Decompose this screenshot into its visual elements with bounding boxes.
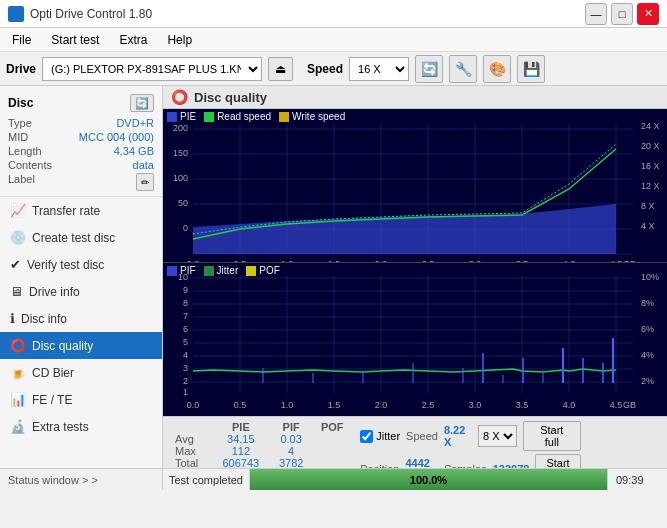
- svg-text:2.5: 2.5: [422, 400, 435, 410]
- drive-label: Drive: [6, 62, 36, 76]
- stats-max-label: Max: [171, 445, 212, 457]
- top-chart-svg: 200 150 100 50 0 24 X 20 X 16 X 12 X 8 X…: [163, 109, 667, 262]
- sidebar-item-extra-tests[interactable]: 🔬 Extra tests: [0, 413, 162, 440]
- status-right: Test completed 100.0% 09:39: [163, 469, 667, 490]
- svg-text:0.5: 0.5: [234, 400, 247, 410]
- read-speed-legend-color: [204, 112, 214, 122]
- menu-help[interactable]: Help: [159, 31, 200, 49]
- titlebar-left: Opti Drive Control 1.80: [8, 6, 152, 22]
- minimize-button[interactable]: —: [585, 3, 607, 25]
- svg-text:3.5: 3.5: [516, 259, 529, 262]
- status-text: Test completed: [163, 469, 250, 490]
- menu-start-test[interactable]: Start test: [43, 31, 107, 49]
- stats-total-pof: [312, 457, 352, 468]
- svg-text:6%: 6%: [641, 324, 654, 334]
- svg-text:8: 8: [183, 298, 188, 308]
- legend-jitter: Jitter: [204, 265, 239, 276]
- write-speed-legend-label: Write speed: [292, 111, 345, 122]
- main-layout: Disc 🔄 Type DVD+R MID MCC 004 (000) Leng…: [0, 86, 667, 468]
- sidebar-item-cd-bier-label: CD Bier: [32, 366, 74, 380]
- sidebar-item-drive-info[interactable]: 🖥 Drive info: [0, 278, 162, 305]
- svg-text:0: 0: [183, 223, 188, 233]
- svg-text:3: 3: [183, 363, 188, 373]
- progress-bar-container: 100.0%: [250, 469, 607, 490]
- disc-title: Disc: [8, 96, 33, 110]
- stats-row-container: PIE PIF POF Avg 34.15 0.03: [171, 421, 581, 468]
- close-button[interactable]: ✕: [637, 3, 659, 25]
- svg-text:24 X: 24 X: [641, 121, 660, 131]
- svg-text:100: 100: [173, 173, 188, 183]
- sidebar-item-fe-te[interactable]: 📊 FE / TE: [0, 386, 162, 413]
- disc-section: Disc 🔄 Type DVD+R MID MCC 004 (000) Leng…: [0, 90, 162, 197]
- eject-button[interactable]: ⏏: [268, 57, 293, 81]
- drive-select[interactable]: (G:) PLEXTOR PX-891SAF PLUS 1.KN: [42, 57, 262, 81]
- stats-row-total: Total 606743 3782: [171, 457, 352, 468]
- sidebar-item-drive-info-label: Drive info: [29, 285, 80, 299]
- color-button[interactable]: 🎨: [483, 55, 511, 83]
- stats-avg-pof: [312, 433, 352, 445]
- svg-text:3.0: 3.0: [469, 400, 482, 410]
- disc-refresh-button[interactable]: 🔄: [130, 94, 154, 112]
- disc-label-edit-button[interactable]: ✏: [136, 173, 154, 191]
- stats-total-pie: 606743: [212, 457, 270, 468]
- speed-select[interactable]: 16 X: [349, 57, 409, 81]
- statusbar: Status window > > Test completed 100.0% …: [0, 468, 667, 490]
- pie-legend-color: [167, 112, 177, 122]
- svg-text:50: 50: [178, 198, 188, 208]
- menu-extra[interactable]: Extra: [111, 31, 155, 49]
- sidebar-nav: 📈 Transfer rate 💿 Create test disc ✔ Ver…: [0, 197, 162, 464]
- fe-te-icon: 📊: [10, 392, 26, 407]
- speed-stat-select[interactable]: 8 X: [478, 425, 517, 447]
- maximize-button[interactable]: □: [611, 3, 633, 25]
- svg-text:3.5: 3.5: [516, 400, 529, 410]
- disc-contents-row: Contents data: [8, 158, 154, 172]
- samples-stat-key: Samples: [444, 463, 487, 468]
- svg-text:2%: 2%: [641, 376, 654, 386]
- svg-text:4 X: 4 X: [641, 221, 655, 231]
- jitter-speed-row: Jitter Speed 8.22 X 8 X Start full: [360, 421, 580, 451]
- sidebar-item-create-test-disc[interactable]: 💿 Create test disc: [0, 224, 162, 251]
- pof-legend-color: [246, 266, 256, 276]
- bottom-chart-svg: 10 9 8 7 6 5 4 3 2 1 10% 8% 6% 4% 2%: [163, 263, 667, 416]
- save-button[interactable]: 💾: [517, 55, 545, 83]
- jitter-checkbox[interactable]: [360, 430, 373, 443]
- sidebar-item-cd-bier[interactable]: 🍺 CD Bier: [0, 359, 162, 386]
- sidebar-item-verify-test-disc[interactable]: ✔ Verify test disc: [0, 251, 162, 278]
- svg-text:0.0: 0.0: [187, 259, 200, 262]
- svg-text:0.0: 0.0: [187, 400, 200, 410]
- bottom-chart-legend: PIF Jitter POF: [167, 265, 280, 276]
- disc-label-input-row: ✏: [136, 173, 154, 191]
- content-header-title: Disc quality: [194, 90, 267, 105]
- refresh-button[interactable]: 🔄: [415, 55, 443, 83]
- start-full-button[interactable]: Start full: [523, 421, 581, 451]
- disc-mid-label: MID: [8, 131, 28, 143]
- svg-text:4.0: 4.0: [563, 400, 576, 410]
- svg-text:4%: 4%: [641, 350, 654, 360]
- progress-label: 100.0%: [410, 474, 447, 486]
- sidebar-item-disc-info[interactable]: ℹ Disc info: [0, 305, 162, 332]
- legend-pof: POF: [246, 265, 280, 276]
- cd-bier-icon: 🍺: [10, 365, 26, 380]
- position-stat-value: 4442 MB: [405, 457, 429, 468]
- start-part-button[interactable]: Start part: [535, 454, 580, 468]
- write-speed-legend-color: [279, 112, 289, 122]
- pof-legend-label: POF: [259, 265, 280, 276]
- disc-mid-row: MID MCC 004 (000): [8, 130, 154, 144]
- transfer-rate-icon: 📈: [10, 203, 26, 218]
- disc-header: Disc 🔄: [8, 94, 154, 112]
- disc-length-label: Length: [8, 145, 42, 157]
- stats-col-pie: PIE: [212, 421, 270, 433]
- top-chart-legend: PIE Read speed Write speed: [167, 111, 345, 122]
- menu-file[interactable]: File: [4, 31, 39, 49]
- settings-button[interactable]: 🔧: [449, 55, 477, 83]
- jitter-checkbox-row: Jitter: [360, 430, 400, 443]
- pie-legend-label: PIE: [180, 111, 196, 122]
- svg-text:6: 6: [183, 324, 188, 334]
- sidebar-item-disc-quality[interactable]: ⭕ Disc quality: [0, 332, 162, 359]
- extra-tests-icon: 🔬: [10, 419, 26, 434]
- sidebar-item-disc-quality-label: Disc quality: [32, 339, 93, 353]
- read-speed-legend-label: Read speed: [217, 111, 271, 122]
- sidebar-item-extra-tests-label: Extra tests: [32, 420, 89, 434]
- sidebar-item-transfer-rate[interactable]: 📈 Transfer rate: [0, 197, 162, 224]
- stats-max-pie: 112: [212, 445, 270, 457]
